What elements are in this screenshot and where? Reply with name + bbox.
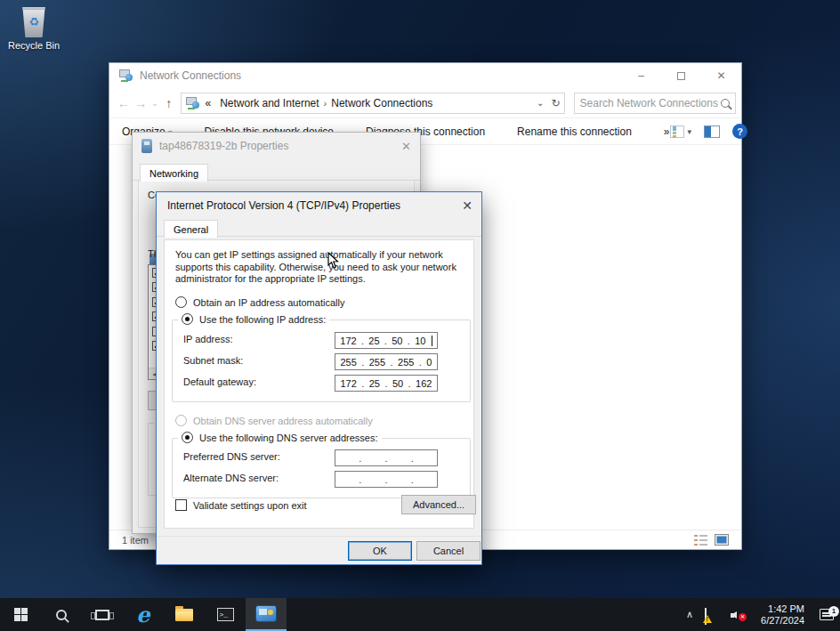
radio-icon[interactable]: [175, 296, 187, 308]
preview-pane-button[interactable]: [704, 125, 720, 138]
command-prompt-button[interactable]: >_: [205, 598, 246, 631]
tray-time: 1:42 PM: [761, 603, 804, 615]
command-prompt-icon: >_: [217, 608, 234, 621]
preferred-dns-field[interactable]: . . .: [335, 449, 438, 466]
radio-obtain-ip[interactable]: Obtain an IP address automatically: [175, 296, 344, 308]
search-input[interactable]: Search Network Connections: [574, 93, 736, 114]
advanced-button[interactable]: Advanced...: [401, 495, 476, 514]
details-view-icon[interactable]: [694, 535, 707, 546]
search-icon: [56, 610, 67, 620]
recycle-bin-icon: ♻: [20, 7, 47, 37]
search-placeholder: Search Network Connections: [580, 97, 718, 109]
breadcrumb-network-and-internet[interactable]: Network and Internet: [220, 97, 319, 109]
validate-settings-checkbox[interactable]: Validate settings upon exit: [175, 499, 307, 511]
recycle-bin[interactable]: ♻ Recycle Bin: [5, 5, 62, 64]
cancel-button[interactable]: Cancel: [416, 541, 481, 561]
taskbar: e >_ ∧ ✕ 1:42 PM 6/27/2024 1: [0, 598, 840, 631]
file-explorer-button[interactable]: [164, 598, 205, 631]
ok-button[interactable]: OK: [348, 541, 412, 561]
network-connections-icon: [118, 69, 133, 82]
taskbar-search-button[interactable]: [41, 598, 82, 631]
internet-explorer-icon: e: [136, 606, 149, 624]
navigation-bar: ← → ⌄ ↑ « Network and Internet › Network…: [109, 88, 741, 118]
alternate-dns-label: Alternate DNS server:: [183, 473, 279, 483]
tray-network-icon[interactable]: [705, 609, 721, 621]
start-button[interactable]: [0, 598, 41, 631]
system-tray: ∧ ✕ 1:42 PM 6/27/2024 1: [679, 598, 840, 631]
breadcrumb-network-connections[interactable]: Network Connections: [331, 97, 432, 109]
maximize-button[interactable]: [661, 63, 701, 88]
window-title: Network Connections: [140, 69, 241, 82]
ip-address-field[interactable]: 172. 25. 50. 10: [335, 332, 438, 349]
internet-explorer-button[interactable]: e: [123, 598, 164, 631]
address-dropdown-icon[interactable]: ⌄: [537, 98, 544, 108]
network-warning-icon: [703, 615, 712, 623]
subnet-mask-label: Subnet mask:: [183, 355, 243, 366]
windows-logo-icon: [14, 608, 28, 621]
network-connections-taskbar-button[interactable]: [246, 598, 287, 631]
help-button[interactable]: ?: [732, 124, 747, 139]
tap-dialog-title: tap48678319-2b Properties: [159, 140, 288, 152]
close-button[interactable]: ✕: [701, 63, 741, 88]
tab-general[interactable]: General: [164, 220, 218, 238]
items-count: 1 item: [122, 535, 149, 546]
forward-icon[interactable]: →: [133, 96, 150, 110]
more-commands-chevron[interactable]: »: [664, 125, 670, 138]
view-mode-icon: [670, 125, 684, 138]
tab-networking[interactable]: Networking: [140, 164, 208, 182]
tap-dialog-titlebar[interactable]: tap48678319-2b Properties ✕: [133, 133, 420, 159]
taskbar-clock[interactable]: 1:42 PM 6/27/2024: [761, 603, 804, 627]
address-location-icon: [185, 97, 199, 109]
preferred-dns-label: Preferred DNS server:: [183, 451, 280, 462]
use-ip-groupbox: Use the following IP address: IP address…: [172, 320, 471, 402]
default-gateway-field[interactable]: 172. 25. 50. 162: [335, 375, 438, 392]
default-gateway-label: Default gateway:: [183, 376, 256, 387]
tray-overflow-chevron[interactable]: ∧: [679, 609, 700, 620]
view-caret-icon: ▾: [688, 127, 692, 136]
subnet-mask-field[interactable]: 255. 255. 255. 0: [335, 353, 438, 370]
checkbox-icon[interactable]: [175, 499, 187, 511]
breadcrumb-overflow[interactable]: «: [205, 97, 211, 109]
tray-date: 6/27/2024: [761, 615, 804, 627]
ipv4-properties-dialog: Internet Protocol Version 4 (TCP/IPv4) P…: [156, 191, 482, 565]
volume-muted-icon: ✕: [739, 613, 747, 621]
ipv4-dialog-titlebar[interactable]: Internet Protocol Version 4 (TCP/IPv4) P…: [157, 192, 481, 219]
use-dns-groupbox: Use the following DNS server addresses: …: [172, 438, 471, 498]
up-icon[interactable]: ↑: [160, 96, 178, 110]
radio-use-dns[interactable]: Use the following DNS server addresses:: [178, 432, 382, 443]
task-view-icon: [95, 610, 109, 620]
tray-volume-icon[interactable]: ✕: [731, 609, 747, 621]
explorer-titlebar[interactable]: Network Connections – ✕: [109, 63, 741, 88]
task-view-button[interactable]: [82, 598, 123, 631]
rename-connection-button[interactable]: Rename this connection: [517, 125, 632, 138]
tap-close-icon[interactable]: ✕: [401, 140, 411, 153]
back-icon[interactable]: ←: [115, 96, 133, 110]
address-bar[interactable]: « Network and Internet › Network Connect…: [181, 93, 564, 114]
ipv4-dialog-title: Internet Protocol Version 4 (TCP/IPv4) P…: [167, 199, 400, 212]
ipv4-close-icon[interactable]: ✕: [462, 198, 472, 213]
folder-icon: [175, 609, 193, 621]
breadcrumb-separator: ›: [324, 98, 327, 109]
refresh-icon[interactable]: ↻: [551, 97, 560, 109]
network-connection-item-fragment[interactable]: [115, 216, 133, 245]
minimize-button[interactable]: –: [621, 63, 661, 88]
radio-use-ip[interactable]: Use the following IP address:: [178, 313, 329, 325]
radio-icon-selected[interactable]: [182, 432, 193, 443]
general-tab-page: You can get IP settings assigned automat…: [164, 239, 474, 529]
radio-icon-disabled: [175, 415, 187, 426]
thumbnail-view-icon[interactable]: [715, 534, 729, 546]
radio-obtain-dns: Obtain DNS server address automatically: [175, 415, 373, 426]
recent-locations-icon[interactable]: ⌄: [149, 99, 160, 108]
radio-icon-selected[interactable]: [182, 313, 193, 325]
change-view-button[interactable]: ▾: [670, 125, 692, 138]
alternate-dns-field[interactable]: . . .: [335, 471, 438, 488]
maximize-icon: [677, 72, 685, 80]
adapter-icon: [141, 139, 152, 153]
ip-address-label: IP address:: [183, 334, 232, 344]
network-connections-app-icon: [256, 606, 276, 621]
text-caret: [432, 336, 432, 346]
notification-badge: 1: [828, 606, 839, 617]
action-center-button[interactable]: 1: [813, 609, 840, 620]
intro-text: You can get IP settings assigned automat…: [175, 249, 474, 286]
search-icon[interactable]: [721, 99, 730, 108]
